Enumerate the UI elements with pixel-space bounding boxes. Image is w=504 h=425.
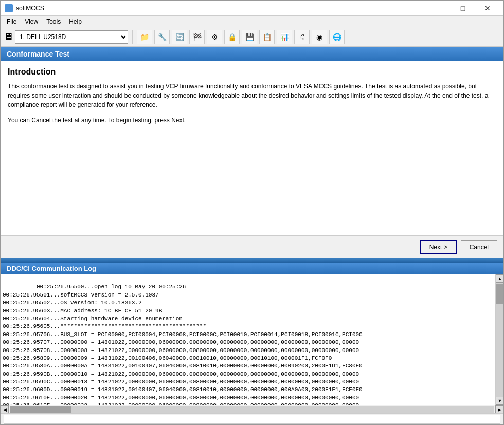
menu-file[interactable]: File	[3, 17, 21, 26]
log-header: DDC/CI Communication Log	[1, 263, 503, 274]
window-title: softMCCS	[16, 5, 44, 12]
log-line-5: 00:25:26.95605...***********************…	[3, 323, 206, 329]
toolbar: 🖥 1. DELL U2518D 📁 🔧 🔄 🏁 ⚙ 🔒 💾 📋 📊 🖨 ◉ 🌐	[1, 27, 503, 47]
monitor-icon: 🖥	[4, 31, 13, 42]
log-line-11: 00:25:26.9590B...00000010 = 14821022,000…	[3, 371, 359, 377]
log-line-6: 00:25:26.95706...BUS_SLOT = PCI00000,PCI…	[3, 331, 363, 338]
menu-bar: File View Tools Help	[1, 16, 503, 27]
toolbar-btn-10[interactable]: 🖨	[294, 30, 310, 44]
log-area-container: 00:25:26.95500...Open log 10-May-20 00:2…	[1, 274, 503, 405]
scroll-left-button[interactable]: ◀	[1, 405, 9, 414]
minimize-button[interactable]: —	[426, 1, 450, 16]
toolbar-btn-7[interactable]: 💾	[242, 30, 257, 44]
monitor-dropdown[interactable]: 1. DELL U2518D	[15, 30, 128, 44]
next-button[interactable]: Next >	[420, 240, 457, 254]
title-bar-left: softMCCS	[5, 4, 44, 12]
menu-tools[interactable]: Tools	[42, 17, 65, 26]
maximize-button[interactable]: □	[451, 1, 475, 16]
menu-view[interactable]: View	[21, 17, 42, 26]
log-line-7: 00:25:26.95707...00000000 = 14801022,000…	[3, 339, 359, 345]
toolbar-btn-9[interactable]: 📊	[277, 30, 292, 44]
title-bar: softMCCS — □ ✕	[1, 1, 503, 16]
resize-handle[interactable]: · · · · · · · · · · · ·	[1, 258, 503, 263]
conformance-title: Conformance Test	[7, 50, 69, 58]
log-line-9: 00:25:26.95809...00000009 = 14831022,001…	[3, 355, 332, 361]
main-content: Conformance Test Introduction This confo…	[1, 47, 503, 413]
scroll-down-button[interactable]: ▼	[496, 397, 503, 405]
scroll-track-h[interactable]	[10, 406, 494, 413]
log-line-1: 00:25:26.95501...softMCCS version = 2.5.…	[3, 292, 159, 298]
cancel-button[interactable]: Cancel	[461, 240, 497, 254]
toolbar-btn-2[interactable]: 🔧	[154, 30, 170, 44]
log-line-8: 00:25:26.95708...00000008 = 14821022,000…	[3, 347, 359, 354]
log-line-4: 00:25:26.95604...Starting hardware devic…	[3, 316, 183, 322]
menu-help[interactable]: Help	[65, 17, 86, 26]
toolbar-btn-5[interactable]: ⚙	[207, 30, 222, 44]
window-controls: — □ ✕	[426, 1, 499, 16]
toolbar-btn-8[interactable]: 📋	[259, 30, 275, 44]
scroll-thumb-v[interactable]	[496, 284, 503, 304]
toolbar-btn-12[interactable]: 🌐	[329, 30, 345, 44]
toolbar-btn-11[interactable]: ◉	[312, 30, 327, 44]
upper-section: Conformance Test Introduction This confo…	[1, 47, 503, 263]
status-bar	[1, 413, 503, 424]
intro-panel: Introduction This conformance test is de…	[1, 61, 503, 235]
log-line-2: 00:25:26.95502...OS version: 10.0.18363.…	[3, 300, 142, 306]
toolbar-btn-3[interactable]: 🔄	[172, 30, 187, 44]
intro-text-1: This conformance test is designed to ass…	[8, 82, 496, 109]
intro-text-2: You can Cancel the test at any time. To …	[8, 116, 496, 125]
scroll-right-button[interactable]: ▶	[495, 405, 503, 414]
toolbar-btn-1[interactable]: 📁	[137, 30, 152, 44]
toolbar-btn-6[interactable]: 🔒	[224, 30, 240, 44]
vertical-scrollbar: ▲ ▼	[495, 274, 503, 405]
lower-section: DDC/CI Communication Log 00:25:26.95500.…	[1, 263, 503, 413]
scroll-up-button[interactable]: ▲	[496, 274, 503, 283]
close-button[interactable]: ✕	[476, 1, 499, 16]
monitor-selector: 🖥 1. DELL U2518D	[4, 30, 128, 44]
scroll-track-v[interactable]	[496, 283, 503, 397]
status-panel	[4, 415, 500, 424]
toolbar-btn-4[interactable]: 🏁	[189, 30, 205, 44]
main-window: softMCCS — □ ✕ File View Tools Help 🖥 1.…	[0, 0, 504, 425]
log-area[interactable]: 00:25:26.95500...Open log 10-May-20 00:2…	[1, 274, 495, 405]
scroll-thumb-h[interactable]	[10, 406, 71, 413]
button-row: Next > Cancel	[1, 235, 503, 258]
log-line-3: 00:25:26.95603...MAC address: 1C-BF-CE-5…	[3, 308, 162, 314]
log-line-10: 00:25:26.9580A...0000000A = 14831022,001…	[3, 363, 363, 369]
log-line-15: 00:25:26.9610F...00000028 = 14821022,000…	[3, 402, 359, 405]
horizontal-scrollbar: ◀ ▶	[1, 405, 503, 413]
toolbar-separator	[132, 30, 133, 44]
log-line-0: 00:25:26.95500...Open log 10-May-20 00:2…	[37, 284, 186, 290]
app-icon	[5, 4, 13, 12]
log-line-12: 00:25:26.9590C...00000018 = 14821022,000…	[3, 379, 359, 385]
intro-title: Introduction	[8, 67, 496, 77]
conformance-header: Conformance Test	[1, 47, 503, 61]
log-line-13: 00:25:26.9600D...00000019 = 14831022,001…	[3, 386, 363, 393]
log-line-14: 00:25:26.9610E...00000020 = 14821022,000…	[3, 395, 359, 401]
log-title: DDC/CI Communication Log	[7, 265, 96, 272]
